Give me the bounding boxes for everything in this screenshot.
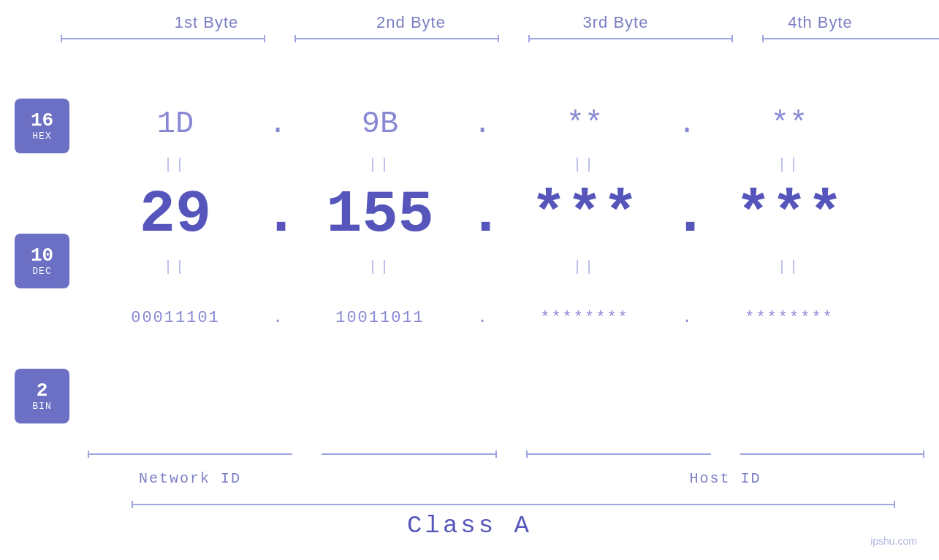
bin-dot3: . [672,309,702,327]
content-area: 1D . 9B . ** . ** || || || || 29 . 155 .… [88,80,924,343]
base-labels: 16 HEX 10 DEC 2 BIN [15,99,69,423]
bin-byte4: ******** [702,309,877,327]
bin-dot2: . [468,309,497,327]
hex-byte4: ** [702,107,877,142]
hex-badge: 16 HEX [15,99,69,153]
main-container: 1st Byte 2nd Byte 3rd Byte 4th Byte [0,0,939,560]
eq2-byte1: || [88,258,263,275]
dec-dot1: . [263,185,292,245]
byte1-header: 1st Byte [104,13,309,32]
dec-badge: 10 DEC [15,234,69,288]
byte2-header: 2nd Byte [309,13,514,32]
watermark: ipshu.com [870,535,917,547]
hex-label: HEX [32,131,51,142]
bin-label: BIN [32,401,51,412]
byte-headers: 1st Byte 2nd Byte 3rd Byte 4th Byte [44,0,939,32]
top-bracket-row [44,35,939,42]
equals-row-2: || || || || [88,256,924,277]
class-label: Class A [0,512,939,540]
hex-byte2: 9B [292,107,468,142]
byte3-header: 3rd Byte [514,13,718,32]
eq2-byte3: || [497,258,672,275]
eq2-byte2: || [292,258,468,275]
host-id-label: Host ID [526,470,924,487]
hex-row: 1D . 9B . ** . ** [88,95,924,153]
hex-dot3: . [672,107,702,142]
bin-byte3: ******** [497,309,672,327]
eq1-byte4: || [702,156,877,173]
eq1-byte2: || [292,156,468,173]
bracket-byte3 [528,35,733,42]
dec-row: 29 . 155 . *** . *** [88,175,924,256]
dec-dot2: . [468,185,497,245]
hex-dot2: . [468,107,497,142]
network-id-label: Network ID [88,470,292,487]
dec-number: 10 [31,245,53,266]
class-bracket-row [132,504,895,505]
byte4-header: 4th Byte [718,13,923,32]
bracket-byte1 [61,35,265,42]
hex-dot1: . [263,107,292,142]
bottom-bracket-row [88,450,924,458]
eq2-byte4: || [702,258,877,275]
dec-byte2: 155 [292,185,468,245]
dec-byte1: 29 [88,185,263,245]
bin-badge: 2 BIN [15,369,69,423]
equals-row-1: || || || || [88,153,924,175]
bin-number: 2 [37,380,48,402]
bin-dot1: . [263,309,292,327]
eq1-byte3: || [497,156,672,173]
hex-byte1: 1D [88,107,263,142]
network-bracket [88,450,292,458]
bin-byte1: 00011101 [88,309,263,327]
dec-byte3: *** [497,185,672,245]
dec-byte4: *** [702,185,877,245]
bracket-byte2 [294,35,499,42]
hex-byte3: ** [497,107,672,142]
id-labels: Network ID Host ID [88,470,924,487]
hex-number: 16 [31,110,53,131]
bin-byte2: 10011011 [292,309,468,327]
bracket-byte4 [762,35,940,42]
bin-row: 00011101 . 10011011 . ******** . *******… [88,292,924,343]
dec-dot3: . [672,185,702,245]
eq1-byte1: || [88,156,263,173]
dec-label: DEC [32,266,51,277]
